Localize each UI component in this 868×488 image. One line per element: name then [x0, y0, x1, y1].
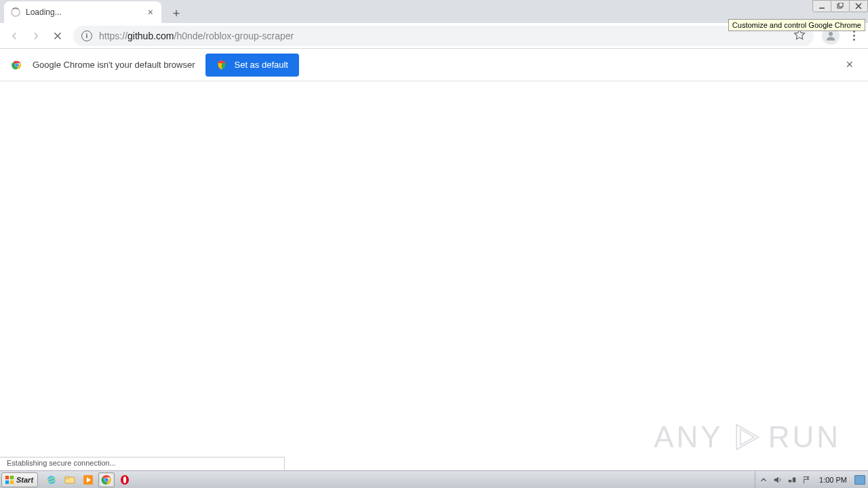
address-bar[interactable]: i https://github.com/h0nde/roblox-group-… — [73, 26, 814, 46]
windows-flag-icon — [5, 475, 14, 485]
stop-reload-button[interactable] — [47, 26, 68, 46]
chrome-logo-icon — [11, 59, 23, 71]
svg-rect-21 — [65, 476, 69, 479]
ie-icon[interactable] — [43, 472, 60, 487]
site-info-icon[interactable]: i — [81, 30, 92, 41]
infobar-message: Google Chrome isn't your default browser — [33, 60, 195, 70]
status-text: Establishing secure connection... — [7, 459, 116, 467]
svg-point-8 — [829, 32, 833, 36]
url-path: /h0nde/roblox-group-scraper — [174, 30, 294, 41]
explorer-icon[interactable] — [62, 472, 78, 487]
tab-close-icon[interactable]: × — [146, 6, 155, 18]
watermark-left: ANY — [654, 420, 723, 454]
svg-rect-16 — [5, 480, 9, 483]
svg-rect-17 — [10, 480, 14, 483]
anyrun-watermark: ANY RUN — [654, 420, 841, 454]
svg-rect-29 — [789, 480, 791, 483]
quick-launch — [43, 472, 133, 487]
tray-expand-icon[interactable] — [758, 474, 769, 485]
status-bar: Establishing secure connection... — [0, 457, 285, 470]
minimize-button[interactable] — [812, 0, 831, 12]
taskbar-clock[interactable]: 1:00 PM — [815, 476, 851, 484]
url-scheme: https:// — [99, 30, 127, 41]
chrome-taskbar-icon[interactable] — [98, 472, 115, 487]
page-content — [0, 81, 868, 470]
opera-icon[interactable] — [117, 472, 133, 487]
set-default-button[interactable]: Set as default — [205, 54, 299, 77]
browser-tab[interactable]: Loading... × — [4, 1, 161, 23]
play-outline-icon — [730, 422, 762, 453]
forward-button[interactable] — [26, 26, 46, 46]
default-browser-infobar: Google Chrome isn't your default browser… — [0, 49, 868, 81]
maximize-button[interactable] — [831, 0, 850, 12]
network-icon[interactable] — [787, 474, 797, 485]
back-button[interactable] — [4, 26, 24, 46]
media-player-icon[interactable] — [80, 472, 96, 487]
url-host: github.com — [127, 30, 174, 41]
svg-marker-28 — [774, 476, 778, 483]
svg-point-25 — [104, 478, 108, 482]
svg-rect-2 — [839, 3, 843, 7]
svg-rect-14 — [5, 475, 9, 479]
svg-rect-15 — [10, 475, 14, 479]
shield-icon — [216, 60, 227, 70]
window-controls — [813, 0, 868, 12]
system-tray: 1:00 PM — [755, 471, 868, 488]
watermark-right: RUN — [768, 420, 841, 454]
svg-rect-30 — [793, 477, 795, 482]
menu-tooltip: Customize and control Google Chrome — [728, 19, 865, 31]
windows-taskbar: Start 1:00 PM — [0, 470, 868, 488]
start-label: Start — [16, 476, 33, 484]
volume-icon[interactable] — [772, 474, 783, 485]
new-tab-button[interactable]: + — [167, 4, 186, 23]
tab-title: Loading... — [26, 7, 146, 17]
show-desktop-button[interactable] — [854, 475, 865, 485]
close-window-button[interactable] — [849, 0, 868, 12]
loading-spinner-icon — [11, 7, 20, 17]
svg-marker-13 — [740, 429, 753, 445]
infobar-close-icon[interactable]: × — [842, 54, 857, 76]
start-button[interactable]: Start — [1, 472, 38, 487]
flag-icon[interactable] — [801, 474, 812, 485]
set-default-label: Set as default — [234, 60, 288, 70]
svg-point-27 — [123, 476, 126, 483]
